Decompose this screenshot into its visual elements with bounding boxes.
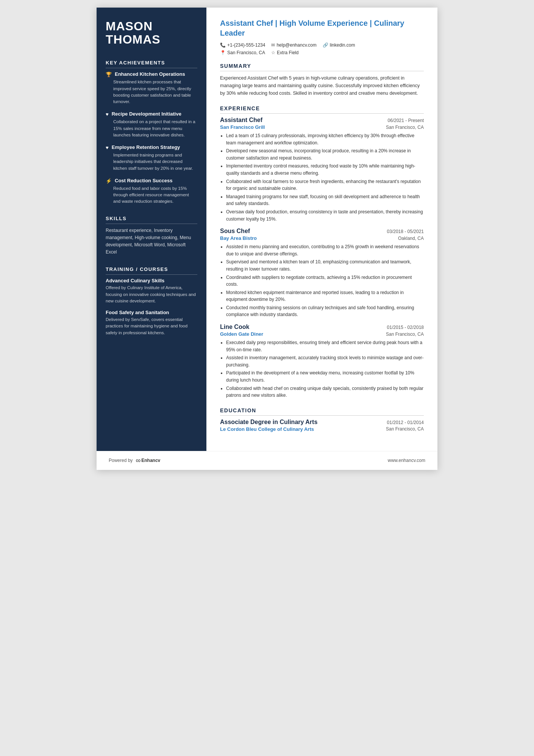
- contact-row: 📞 +1-(234)-555-1234 ✉ help@enhancv.com 🔗…: [220, 42, 424, 48]
- achievement-title: ♥ Recipe Development Initiative: [106, 111, 197, 117]
- experience-title: EXPERIENCE: [220, 105, 424, 114]
- trophy-icon: 🏆: [106, 72, 112, 77]
- exp-sub: San Francisco Grill San Francisco, CA: [220, 124, 424, 130]
- key-achievements-section: KEY ACHIEVEMENTS 🏆 Enhanced Kitchen Oper…: [106, 60, 197, 205]
- brand-name: Enhancv: [141, 458, 160, 463]
- achievement-title: 🏆 Enhanced Kitchen Operations: [106, 71, 197, 77]
- bullet-item: Assisted in inventory management, accura…: [226, 354, 424, 368]
- education-entry: Associate Degree in Culinary Arts 01/201…: [220, 419, 424, 432]
- bullet-item: Conducted monthly training sessions on c…: [226, 304, 424, 318]
- resume-body: MASONTHOMAS KEY ACHIEVEMENTS 🏆 Enhanced …: [97, 8, 437, 451]
- phone-contact: 📞 +1-(234)-555-1234: [220, 42, 265, 48]
- bullet-item: Collaborated with local farmers to sourc…: [226, 178, 424, 192]
- edu-school: Le Cordon Bleu College of Culinary Arts: [220, 426, 314, 432]
- achievement-desc: Reduced food and labor costs by 15% thro…: [106, 185, 197, 205]
- education-section: EDUCATION Associate Degree in Culinary A…: [220, 407, 424, 432]
- bullet-item: Coordinated with suppliers to negotiate …: [226, 274, 424, 288]
- summary-text: Experienced Assistant Chef with 5 years …: [220, 74, 424, 97]
- training-course-title: Food Safety and Sanitation: [106, 310, 197, 315]
- summary-title: SUMMARY: [220, 63, 424, 71]
- experience-section: EXPERIENCE Assistant Chef 06/2021 - Pres…: [220, 105, 424, 399]
- exp-header: Line Cook 01/2015 - 02/2018: [220, 324, 424, 330]
- infinity-icon: ∞: [136, 457, 141, 465]
- edu-sub: Le Cordon Bleu College of Culinary Arts …: [220, 426, 424, 432]
- exp-header: Sous Chef 03/2018 - 05/2021: [220, 228, 424, 235]
- bullet-item: Oversaw daily food production, ensuring …: [226, 208, 424, 222]
- resume-container: MASONTHOMAS KEY ACHIEVEMENTS 🏆 Enhanced …: [97, 8, 437, 470]
- job-dates: 03/2018 - 05/2021: [387, 229, 424, 234]
- job-company: San Francisco Grill: [220, 124, 265, 130]
- achievement-item: ♥ Recipe Development Initiative Collabor…: [106, 111, 197, 138]
- job-entry: Sous Chef 03/2018 - 05/2021 Bay Area Bis…: [220, 228, 424, 318]
- job-title: Line Cook: [220, 324, 249, 330]
- job-location: San Francisco, CA: [386, 332, 424, 337]
- job-location: San Francisco, CA: [386, 125, 424, 130]
- location-contact: 📍 San Francisco, CA: [220, 50, 265, 55]
- bullet-item: Developed new seasonal menus, incorporat…: [226, 147, 424, 161]
- phone-icon: 📞: [220, 42, 226, 48]
- bullet-item: Assisted in menu planning and execution,…: [226, 243, 424, 257]
- bullet-item: Monitored kitchen equipment maintenance …: [226, 289, 424, 303]
- exp-sub: Golden Gate Diner San Francisco, CA: [220, 331, 424, 337]
- job-entry: Assistant Chef 06/2021 - Present San Fra…: [220, 117, 424, 222]
- candidate-name: MASONTHOMAS: [106, 20, 197, 46]
- education-title: EDUCATION: [220, 407, 424, 416]
- job-bullets: Assisted in menu planning and execution,…: [220, 243, 424, 318]
- email-contact: ✉ help@enhancv.com: [271, 42, 316, 48]
- powered-by-label: Powered by: [109, 458, 133, 463]
- resume-footer: Powered by ∞ Enhancv www.enhancv.com: [97, 451, 437, 470]
- extra-contact: ☆ Extra Field: [271, 50, 298, 55]
- training-item: Food Safety and Sanitation Delivered by …: [106, 310, 197, 336]
- job-title: Assistant Chef: [220, 117, 262, 124]
- job-dates: 06/2021 - Present: [388, 118, 424, 123]
- achievement-item: 🏆 Enhanced Kitchen Operations Streamline…: [106, 71, 197, 105]
- job-title: Sous Chef: [220, 228, 250, 235]
- lightning-icon: ⚡: [106, 178, 112, 184]
- summary-section: SUMMARY Experienced Assistant Chef with …: [220, 63, 424, 97]
- heart-icon: ♥: [106, 145, 109, 150]
- job-company: Golden Gate Diner: [220, 331, 263, 337]
- bullet-item: Supervised and mentored a kitchen team o…: [226, 258, 424, 272]
- footer-website: www.enhancv.com: [388, 458, 425, 463]
- bullet-item: Participated in the development of a new…: [226, 369, 424, 383]
- bullet-item: Managed training programs for new staff,…: [226, 193, 424, 207]
- skills-text: Restaurant experience, Inventory managem…: [106, 227, 197, 256]
- bullet-item: Implemented inventory control measures, …: [226, 163, 424, 177]
- training-course-desc: Delivered by ServSafe, covers essential …: [106, 316, 197, 336]
- training-title: TRAINING / COURSES: [106, 266, 197, 275]
- skills-section: SKILLS Restaurant experience, Inventory …: [106, 216, 197, 256]
- linkedin-icon: 🔗: [323, 42, 328, 48]
- key-achievements-title: KEY ACHIEVEMENTS: [106, 60, 197, 68]
- achievement-item: ⚡ Cost Reduction Success Reduced food an…: [106, 178, 197, 205]
- training-section: TRAINING / COURSES Advanced Culinary Ski…: [106, 266, 197, 336]
- edu-location: San Francisco, CA: [386, 426, 424, 432]
- star-icon: ☆: [271, 50, 275, 55]
- edu-degree: Associate Degree in Culinary Arts: [220, 419, 317, 426]
- edu-header: Associate Degree in Culinary Arts 01/201…: [220, 419, 424, 426]
- achievement-desc: Implemented training programs and leader…: [106, 152, 197, 172]
- achievement-title: ⚡ Cost Reduction Success: [106, 178, 197, 184]
- achievement-desc: Streamlined kitchen processes that impro…: [106, 79, 197, 105]
- job-entry: Line Cook 01/2015 - 02/2018 Golden Gate …: [220, 324, 424, 399]
- edu-dates: 01/2012 - 01/2014: [387, 420, 424, 425]
- job-company: Bay Area Bistro: [220, 235, 257, 241]
- training-course-title: Advanced Culinary Skills: [106, 278, 197, 283]
- bullet-item: Executed daily prep responsibilities, en…: [226, 339, 424, 353]
- contact-row2: 📍 San Francisco, CA ☆ Extra Field: [220, 50, 424, 55]
- exp-header: Assistant Chef 06/2021 - Present: [220, 117, 424, 124]
- training-course-desc: Offered by Culinary Institute of America…: [106, 285, 197, 304]
- location-icon: 📍: [220, 50, 226, 55]
- email-icon: ✉: [271, 42, 275, 48]
- main-content: Assistant Chef | High Volume Experience …: [206, 8, 437, 451]
- heart-icon: ♥: [106, 111, 109, 117]
- achievement-desc: Collaborated on a project that resulted …: [106, 119, 197, 138]
- skills-title: SKILLS: [106, 216, 197, 224]
- sidebar: MASONTHOMAS KEY ACHIEVEMENTS 🏆 Enhanced …: [97, 8, 206, 451]
- job-bullets: Executed daily prep responsibilities, en…: [220, 339, 424, 399]
- bullet-item: Collaborated with head chef on creating …: [226, 385, 424, 399]
- footer-left: Powered by ∞ Enhancv: [109, 457, 160, 465]
- bullet-item: Led a team of 15 culinary professionals,…: [226, 132, 424, 146]
- achievement-title: ♥ Employee Retention Strategy: [106, 144, 197, 150]
- job-location: Oakland, CA: [398, 236, 424, 241]
- enhancv-logo: ∞ Enhancv: [136, 457, 160, 465]
